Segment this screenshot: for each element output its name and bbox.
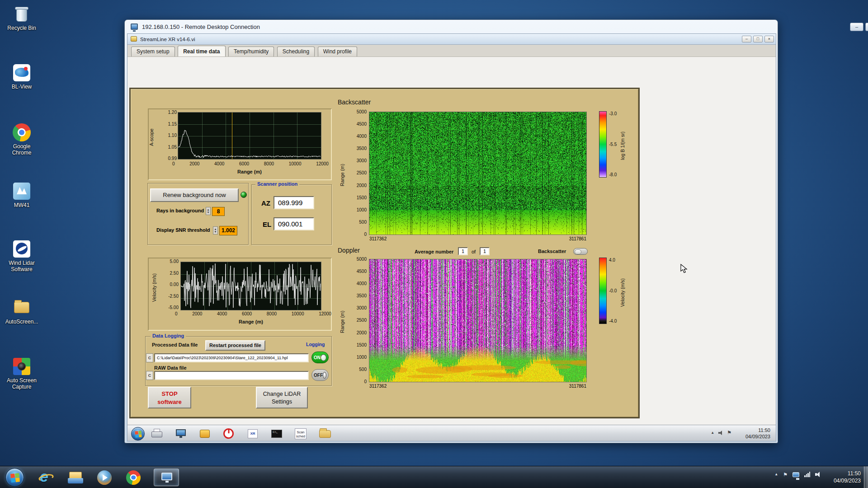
processed-path-type-button[interactable]: C bbox=[146, 353, 153, 362]
windows-explorer-icon[interactable] bbox=[67, 469, 84, 486]
raw-path-type-button[interactable]: C bbox=[146, 371, 153, 380]
restart-processed-file-button[interactable]: Restart processed file bbox=[205, 340, 265, 351]
average-count-value[interactable]: 1 bbox=[480, 247, 490, 255]
console-icon[interactable]: C:\_ bbox=[270, 427, 283, 440]
desktop-icon-bl-view[interactable]: BL-View bbox=[4, 63, 40, 90]
change-lidar-settings-button[interactable]: Change LiDAR Settings bbox=[256, 387, 308, 408]
backscatter-heatmap[interactable] bbox=[369, 112, 587, 235]
remote-clock-time: 11:50 bbox=[745, 427, 770, 433]
backscatter-y-axis-label: Range (m) bbox=[340, 143, 346, 206]
desktop-icon-autoscreen[interactable]: AutoScreen... bbox=[4, 298, 40, 325]
bl-view-icon bbox=[12, 63, 31, 82]
tab-scheduling[interactable]: Scheduling bbox=[277, 47, 315, 56]
tick-label: 2000 bbox=[357, 331, 367, 335]
renew-background-button[interactable]: Renew background now bbox=[150, 188, 239, 202]
app-close-button[interactable]: × bbox=[764, 36, 774, 42]
desktop-icon-mw41[interactable]: MW41 bbox=[4, 182, 40, 208]
desktop-icon-google-chrome[interactable]: Google Chrome bbox=[4, 123, 40, 156]
desktop-icon-wind-lidar-software[interactable]: Wind Lidar Software bbox=[4, 239, 40, 272]
media-player-icon[interactable] bbox=[96, 469, 113, 486]
tick-label: 4000 bbox=[217, 311, 227, 317]
tab-wind-profile[interactable]: Wind profile bbox=[318, 47, 357, 56]
desktop-icon-label: BL-View bbox=[4, 84, 40, 90]
change-button-line1: Change LiDAR bbox=[257, 390, 307, 398]
raw-path-field[interactable] bbox=[154, 371, 309, 380]
desktop-icon-auto-screen-capture[interactable]: Auto Screen Capture bbox=[4, 357, 40, 390]
desktop-icon-recycle-bin[interactable]: Recycle Bin bbox=[4, 5, 40, 31]
tick-label: 1.10 bbox=[168, 133, 177, 138]
tab-real-time-data[interactable]: Real time data bbox=[178, 46, 225, 56]
rdp-taskbar-item[interactable] bbox=[154, 469, 179, 486]
printer-icon[interactable] bbox=[150, 427, 164, 440]
tab-temp-humidity[interactable]: Temp/humidity bbox=[228, 47, 274, 56]
app-minimize-button[interactable]: – bbox=[742, 36, 751, 42]
display-app-icon[interactable] bbox=[174, 427, 188, 440]
yellow-app-icon[interactable] bbox=[198, 427, 212, 440]
rays-in-background-value[interactable]: 8 bbox=[212, 207, 225, 216]
tick-label: 4000 bbox=[357, 282, 367, 286]
rays-in-background-label: Rays in background bbox=[156, 208, 204, 213]
desktop: Recycle Bin BL-View Google Chrome MW41 W… bbox=[0, 0, 868, 488]
clock-time: 11:50 bbox=[834, 470, 861, 477]
stop-software-button[interactable]: STOP software bbox=[148, 387, 191, 408]
system-tray: ▲ ⚑ bbox=[774, 472, 821, 477]
network-icon[interactable] bbox=[804, 472, 810, 477]
show-hidden-icons-chevron[interactable]: ▲ bbox=[774, 472, 778, 477]
tick-label: 1.20 bbox=[168, 110, 177, 115]
desktop-icon-label: AutoScreen... bbox=[4, 319, 40, 325]
maximize-button[interactable]: □ bbox=[865, 23, 868, 31]
backscatter-y-ticks: 5000450040003500300025002000150010005000 bbox=[347, 110, 367, 237]
rays-spinner[interactable]: ▲▼ bbox=[206, 207, 211, 215]
tick-label: 4500 bbox=[357, 269, 367, 274]
snr-spinner[interactable]: ▲▼ bbox=[213, 226, 218, 235]
doppler-heatmap[interactable] bbox=[369, 259, 587, 382]
app-title: StreamLine XR v14-6.vi bbox=[140, 37, 195, 42]
tray-chevron-icon[interactable]: ▲ bbox=[711, 431, 714, 435]
ascope-y-ticks: 1.201.151.101.050.99 bbox=[158, 110, 177, 161]
tick-label: 1000 bbox=[357, 355, 367, 360]
tray-flag-icon[interactable]: ⚑ bbox=[727, 430, 731, 436]
display-tray-icon[interactable] bbox=[793, 472, 799, 477]
volume-icon[interactable] bbox=[718, 431, 723, 435]
scanner-position-title: Scanner position bbox=[255, 181, 299, 187]
chrome-icon[interactable] bbox=[125, 469, 142, 486]
processed-logging-toggle[interactable]: ON bbox=[311, 352, 329, 363]
raw-logging-toggle[interactable]: OFF bbox=[311, 369, 329, 381]
tab-system-setup[interactable]: System setup bbox=[131, 47, 175, 56]
folder-icon[interactable] bbox=[318, 427, 331, 440]
app-maximize-button[interactable]: □ bbox=[753, 36, 763, 42]
scan-sched-icon[interactable]: Scansched bbox=[294, 427, 307, 440]
velocity-x-axis-label: Range (m) bbox=[181, 319, 321, 324]
tick-label: 4000 bbox=[357, 134, 367, 139]
el-value-field[interactable]: 090.001 bbox=[274, 217, 314, 230]
velocity-plot[interactable] bbox=[180, 262, 321, 310]
processed-path-field[interactable]: C:\Lidar\Data\Proc\2023\202309\20230904\… bbox=[154, 353, 309, 362]
remote-clock-date: 04/09/2023 bbox=[745, 433, 770, 440]
power-app-icon[interactable] bbox=[222, 427, 236, 440]
average-number-value[interactable]: 1 bbox=[458, 247, 468, 255]
ascope-plot[interactable] bbox=[178, 112, 321, 160]
internet-explorer-icon[interactable]: e bbox=[38, 469, 55, 486]
snr-threshold-value[interactable]: 1.002 bbox=[219, 226, 237, 235]
show-desktop-button[interactable] bbox=[864, 466, 868, 488]
volume-icon[interactable] bbox=[815, 472, 821, 477]
action-center-flag-icon[interactable]: ⚑ bbox=[783, 472, 788, 477]
snr-threshold-label: Display SNR threshold bbox=[156, 227, 210, 233]
backscatter-toggle-switch[interactable] bbox=[573, 248, 588, 255]
tick-label: 2000 bbox=[357, 183, 367, 188]
ascope-y-axis-label: A-scope bbox=[149, 117, 156, 158]
az-value-field[interactable]: 089.999 bbox=[274, 196, 314, 209]
minimize-button[interactable]: – bbox=[850, 23, 863, 31]
remote-clock[interactable]: 11:50 04/09/2023 bbox=[745, 427, 770, 440]
of-label: of bbox=[472, 249, 476, 254]
tick-label: 2500 bbox=[357, 318, 367, 323]
start-orb[interactable] bbox=[5, 468, 24, 487]
tick-label: 0 bbox=[172, 161, 175, 167]
mw41-icon bbox=[12, 182, 31, 201]
xr-app-icon[interactable]: XR bbox=[246, 427, 259, 440]
remote-start-orb[interactable] bbox=[131, 427, 145, 441]
windows-flag-icon bbox=[135, 431, 142, 437]
taskbar-clock[interactable]: 11:50 04/09/2023 bbox=[834, 470, 861, 484]
tick-label: -2.50 bbox=[168, 294, 179, 299]
desktop-icon-label: Google Chrome bbox=[4, 143, 40, 156]
